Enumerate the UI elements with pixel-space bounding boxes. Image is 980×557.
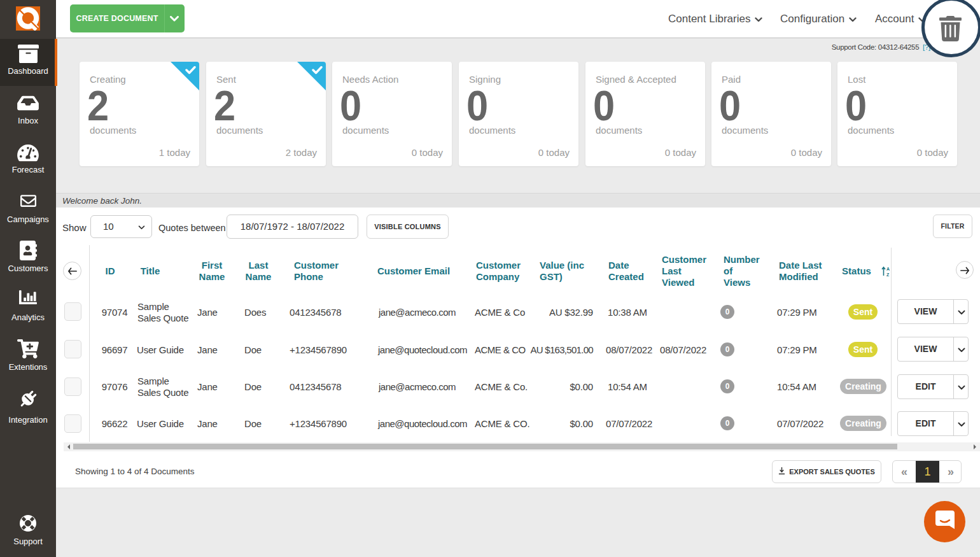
svg-text:A: A — [886, 267, 890, 271]
svg-text:Z: Z — [886, 272, 890, 277]
